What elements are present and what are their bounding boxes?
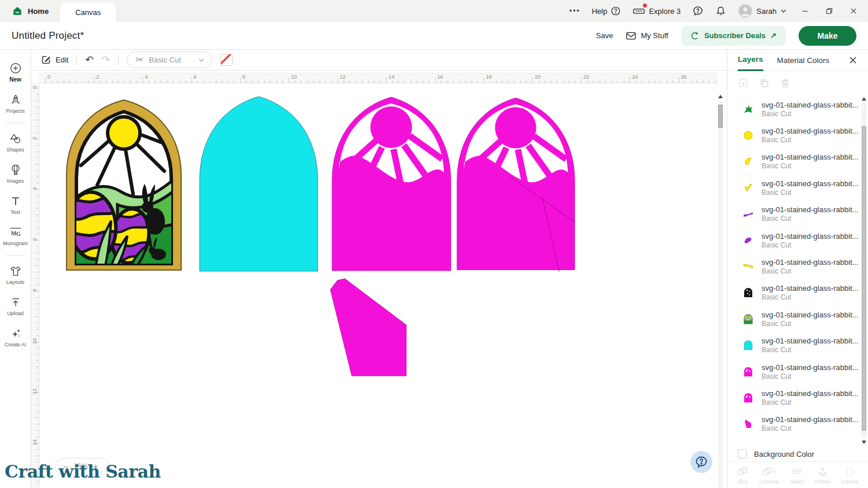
more-menu-icon[interactable]: •••	[569, 7, 580, 15]
layer-row[interactable]: svg-01-stained-glass-rabbit...Basic Cut	[727, 280, 862, 306]
layer-row[interactable]: svg-01-stained-glass-rabbit...Basic Cut	[727, 385, 862, 411]
help-menu-label: Help	[592, 7, 608, 16]
sidebar-item-images[interactable]: Images	[0, 158, 31, 189]
layer-row[interactable]: svg-01-stained-glass-rabbit...Basic Cut	[727, 332, 862, 358]
canvas-zone: Edit ↶ ↷ ✂ Basic Cut 0246810121416182022…	[31, 50, 727, 488]
help-floating-button[interactable]	[690, 451, 712, 473]
attach-button[interactable]: Attach	[790, 466, 804, 485]
layers-scrollbar[interactable]	[862, 96, 867, 445]
explore-menu[interactable]: Explore 3	[632, 6, 681, 16]
layer-row[interactable]: svg-01-stained-glass-rabbit...Basic Cut	[727, 227, 862, 253]
text-icon	[9, 195, 22, 208]
layer-meta: svg-01-stained-glass-rabbit...Basic Cut	[762, 101, 857, 118]
cut-type-select[interactable]: ✂ Basic Cut	[127, 51, 212, 68]
notifications-bell-icon[interactable]	[715, 5, 726, 17]
undo-button[interactable]: ↶	[85, 55, 93, 65]
scrollbar-track[interactable]	[718, 102, 723, 488]
canvas[interactable]	[39, 83, 718, 488]
layers-panel-header: Layers Material Colors	[727, 50, 868, 71]
tab-material-colors[interactable]: Material Colors	[777, 50, 830, 71]
ruler-number: 18	[486, 74, 492, 80]
ruler-number: 10	[291, 74, 297, 80]
sidebar-item-layouts[interactable]: Layouts	[0, 259, 31, 290]
sidebar-item-label: Images	[7, 178, 24, 184]
color-swatch[interactable]	[220, 54, 233, 66]
scroll-up-icon[interactable]	[862, 97, 866, 101]
canvas-shape-hill-piece-magenta[interactable]	[329, 278, 407, 377]
layer-row[interactable]: svg-01-stained-glass-rabbit...Basic Cut	[727, 175, 862, 201]
minimize-button[interactable]	[799, 7, 811, 15]
layer-row[interactable]: svg-01-stained-glass-rabbit...Basic Cut	[727, 411, 862, 437]
edit-button[interactable]: Edit	[41, 54, 68, 65]
layer-row[interactable]: svg-01-stained-glass-rabbit...Basic Cut	[727, 122, 862, 148]
ruler-number: 12	[32, 387, 38, 395]
ruler-number: 26	[681, 74, 687, 80]
group-icon[interactable]	[738, 77, 749, 89]
layer-row[interactable]: svg-01-stained-glass-rabbit...Basic Cut	[727, 306, 862, 332]
make-button[interactable]: Make	[799, 26, 856, 46]
canvas-shape-stained-glass-window-color[interactable]	[62, 97, 185, 273]
sidebar-item-label: Monogram	[3, 241, 28, 246]
scrollbar-thumb[interactable]	[862, 126, 866, 431]
layer-row[interactable]: svg-01-stained-glass-rabbit...Basic Cut	[727, 201, 862, 227]
layer-thumbnail-purple-blob	[742, 234, 755, 247]
ruler-number: 0	[32, 83, 38, 91]
canvas-shape-arch-cyan[interactable]	[198, 94, 319, 273]
ruler-number: 2	[96, 74, 99, 80]
sidebar-item-new[interactable]: New	[0, 57, 31, 88]
layer-name: svg-01-stained-glass-rabbit...	[762, 205, 857, 214]
notification-dot	[643, 3, 647, 8]
scrollbar-thumb[interactable]	[718, 105, 723, 128]
feedback-bubble-icon[interactable]	[692, 5, 704, 17]
layer-name: svg-01-stained-glass-rabbit...	[762, 363, 857, 372]
background-color-checkbox[interactable]	[738, 449, 747, 459]
canvas-shape-arch-magenta-2[interactable]	[455, 94, 577, 273]
user-menu[interactable]: Sarah	[738, 3, 787, 19]
layer-row[interactable]: svg-01-stained-glass-rabbit...Basic Cut	[727, 253, 862, 279]
sidebar-item-projects[interactable]: Projects	[0, 88, 31, 119]
scroll-up-icon[interactable]	[718, 95, 723, 98]
layer-row[interactable]: svg-01-stained-glass-rabbit...Basic Cut	[727, 96, 862, 122]
header-actions: Save My Stuff Subscriber Deals ↗ Make	[596, 26, 856, 46]
layer-row[interactable]: svg-01-stained-glass-rabbit...Basic Cut	[727, 149, 862, 175]
sidebar-item-label: Layouts	[6, 279, 25, 285]
layer-cut-type: Basic Cut	[762, 162, 857, 170]
ruler-number: 16	[437, 74, 443, 80]
layer-thumbnail-yellow-circle	[742, 129, 755, 142]
canvas-shape-arch-magenta-1[interactable]	[330, 94, 453, 273]
duplicate-icon[interactable]	[759, 77, 770, 89]
redo-button[interactable]: ↷	[102, 55, 110, 65]
restore-button[interactable]	[823, 7, 836, 15]
subscriber-deals-button[interactable]: Subscriber Deals ↗	[681, 26, 786, 46]
top-bar: Home Canvas ••• Help Explore 3	[0, 0, 868, 22]
tab-home[interactable]: Home	[0, 0, 60, 22]
ruler-number: 20	[535, 74, 540, 80]
close-panel-icon[interactable]	[848, 56, 858, 65]
close-button[interactable]	[847, 7, 860, 15]
layer-thumbnail-black-window	[742, 286, 755, 299]
sidebar-item-shapes[interactable]: Shapes	[0, 127, 31, 158]
canvas-toolbar: Edit ↶ ↷ ✂ Basic Cut	[31, 50, 727, 71]
slice-button[interactable]: Slice	[737, 466, 748, 485]
layer-meta: svg-01-stained-glass-rabbit...Basic Cut	[762, 127, 857, 144]
sidebar-item-create-ai[interactable]: Create AI	[0, 321, 31, 353]
window-tabs: Home Canvas	[0, 0, 116, 22]
sidebar-item-monogram[interactable]: MGMonogram	[0, 220, 31, 252]
avatar	[738, 3, 753, 19]
my-stuff-button[interactable]: My Stuff	[626, 31, 668, 40]
contour-button[interactable]: Contour	[841, 466, 859, 485]
help-menu[interactable]: Help	[592, 6, 621, 16]
canvas-vertical-scrollbar[interactable]	[718, 94, 723, 488]
save-button[interactable]: Save	[596, 31, 613, 40]
flatten-button[interactable]: Flatten	[815, 466, 830, 485]
edit-label: Edit	[56, 56, 68, 64]
sidebar-item-text[interactable]: Text	[0, 189, 31, 220]
scroll-down-icon[interactable]	[862, 441, 866, 444]
background-color-label: Background Color	[754, 450, 814, 459]
layer-row[interactable]: svg-01-stained-glass-rabbit...Basic Cut	[727, 358, 862, 385]
tab-layers[interactable]: Layers	[738, 50, 763, 71]
tab-canvas[interactable]: Canvas	[60, 2, 116, 22]
combine-button[interactable]: Combine	[759, 466, 779, 485]
delete-icon[interactable]	[779, 77, 791, 89]
sidebar-item-upload[interactable]: Upload	[0, 290, 31, 321]
